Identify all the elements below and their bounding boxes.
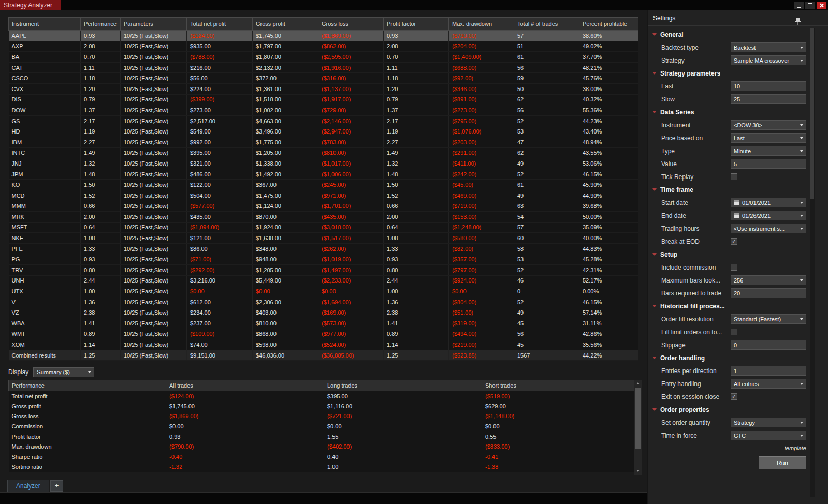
results-row[interactable]: VZ2.3810/25 (Fast,Slow)$234.00$403.00($1… [9,307,638,318]
results-row[interactable]: MMM0.6610/25 (Fast,Slow)($577.00)$1,124.… [9,201,638,212]
results-row[interactable]: BA0.7010/25 (Fast,Slow)($788.00)$1,807.0… [9,52,638,63]
summary-column-header[interactable]: Short trades [482,380,635,391]
results-row[interactable]: JNJ1.3210/25 (Fast,Slow)$321.00$1,338.00… [9,158,638,169]
settings-group-header[interactable]: Historical fill proces... [648,300,806,313]
results-row[interactable]: PFE1.3310/25 (Fast,Slow)$86.00$348.00($2… [9,243,638,254]
scroll-down-icon[interactable] [634,467,642,475]
results-row[interactable]: CSCO1.1810/25 (Fast,Slow)$56.00$372.00($… [9,73,638,84]
summary-row[interactable]: Gross profit$1,745.00$1,116.00$629.00 [9,401,635,411]
summary-row[interactable]: Sharpe ratio-0.400.40-0.41 [9,452,635,462]
setting-datepicker[interactable]: 01/01/2021 [731,198,806,207]
settings-group-header[interactable]: Setup [648,248,806,261]
add-tab-button[interactable]: + [50,480,64,492]
results-column-header[interactable]: Percent profitable [579,18,638,31]
maximize-button[interactable] [805,2,815,9]
setting-dropdown[interactable]: Sample MA crossover [731,55,806,65]
results-row[interactable]: HD1.1910/25 (Fast,Slow)$549.00$3,496.00(… [9,126,638,137]
results-row[interactable]: AAPL0.9310/25 (Fast,Slow)($124.00)$1,745… [9,31,638,41]
settings-scrollbar[interactable] [810,28,815,497]
results-row[interactable]: DOW1.3710/25 (Fast,Slow)$273.00$1,002.00… [9,105,638,116]
setting-checkbox[interactable] [731,173,737,180]
results-row[interactable]: XOM1.1410/25 (Fast,Slow)$74.00$598.00($5… [9,339,638,350]
results-column-header[interactable]: Max. drawdown [449,18,514,31]
close-button[interactable] [817,2,826,9]
results-row[interactable]: AXP2.0810/25 (Fast,Slow)$935.00$1,797.00… [9,41,638,52]
results-row[interactable]: Combined results1.2510/25 (Fast,Slow)$9,… [9,350,638,361]
pin-icon[interactable] [795,15,801,22]
settings-group-header[interactable]: Data Series [648,106,806,118]
summary-scrollbar[interactable] [634,380,642,475]
summary-column-header[interactable]: All trades [166,380,324,391]
results-row[interactable]: WBA1.4110/25 (Fast,Slow)$237.00$810.00($… [9,318,638,329]
run-button[interactable]: Run [759,456,806,469]
results-row[interactable]: MRK2.0010/25 (Fast,Slow)$435.00$870.00($… [9,212,638,223]
setting-dropdown[interactable]: <Use instrument s... [731,224,806,233]
setting-input[interactable]: 0 [731,340,806,350]
scroll-up-icon[interactable] [634,380,642,387]
results-column-header[interactable]: Performance [81,18,121,31]
results-row[interactable]: TRV0.8010/25 (Fast,Slow)($292.00)$1,205.… [9,265,638,276]
results-row[interactable]: V1.3610/25 (Fast,Slow)$612.00$2,306.00($… [9,297,638,307]
results-column-header[interactable]: Instrument [9,18,81,31]
results-row[interactable]: NKE1.0810/25 (Fast,Slow)$121.00$1,638.00… [9,233,638,244]
results-column-header[interactable]: Gross profit [253,18,318,31]
setting-checkbox[interactable] [731,329,737,335]
results-column-header[interactable]: Total # of trades [514,18,579,31]
template-label[interactable]: template [648,445,806,451]
settings-group-header[interactable]: Strategy parameters [648,67,806,80]
results-column-header[interactable]: Total net profit [187,18,253,31]
summary-row[interactable]: Max. drawdown($790.00)($402.00)($833.00) [9,441,635,452]
display-select[interactable]: Summary ($) [33,367,94,377]
summary-row[interactable]: Commission$0.00$0.00$0.00 [9,421,635,432]
scrollbar-thumb[interactable] [810,28,814,199]
setting-dropdown[interactable]: GTC [731,431,806,440]
setting-dropdown[interactable]: Backtest [731,42,806,52]
results-row[interactable]: CVX1.2010/25 (Fast,Slow)$224.00$1,361.00… [9,83,638,94]
results-column-header[interactable]: Profit factor [384,18,449,31]
setting-dropdown[interactable]: Standard (Fastest) [731,314,806,324]
results-row[interactable]: GS2.1710/25 (Fast,Slow)$2,517.00$4,663.0… [9,115,638,126]
summary-row[interactable]: Profit factor0.931.550.55 [9,432,635,442]
setting-input[interactable]: 25 [731,94,806,104]
results-row[interactable]: JPM1.4810/25 (Fast,Slow)$486.00$1,492.00… [9,169,638,180]
results-row[interactable]: MCD1.5210/25 (Fast,Slow)$504.00$1,475.00… [9,190,638,201]
results-column-header[interactable]: Parameters [121,18,187,31]
setting-dropdown[interactable]: Strategy [731,418,806,427]
minimize-button[interactable] [794,2,804,9]
tab-analyzer[interactable]: Analyzer [7,480,49,492]
setting-dropdown[interactable]: Minute [731,146,806,156]
setting-checkbox[interactable] [731,238,737,245]
results-row[interactable]: UNH2.4410/25 (Fast,Slow)$3,216.00$5,449.… [9,275,638,286]
setting-input[interactable]: 10 [731,81,806,91]
summary-row[interactable]: Total net profit($124.00)$395.00($519.00… [9,391,635,402]
setting-input[interactable]: 5 [731,159,806,169]
results-row[interactable]: KO1.5010/25 (Fast,Slow)$122.00$367.00($2… [9,180,638,190]
results-row[interactable]: UTX1.0010/25 (Fast,Slow)$0.00$0.00$0.001… [9,286,638,297]
setting-datepicker[interactable]: 01/26/2021 [731,211,806,220]
setting-dropdown[interactable]: <DOW 30> [731,120,806,130]
results-row[interactable]: IBM2.2710/25 (Fast,Slow)$992.00$1,775.00… [9,137,638,147]
results-row[interactable]: MSFT0.6410/25 (Fast,Slow)($1,094.00)$1,9… [9,222,638,233]
setting-checkbox[interactable] [731,393,737,400]
setting-input[interactable]: 20 [731,288,806,298]
settings-group-header[interactable]: General [648,28,806,41]
setting-dropdown[interactable]: Last [731,133,806,143]
settings-group-header[interactable]: Order handling [648,351,806,364]
results-row[interactable]: CAT1.1110/25 (Fast,Slow)$216.00$2,132.00… [9,62,638,73]
results-row[interactable]: PG0.9310/25 (Fast,Slow)($71.00)$948.00($… [9,254,638,265]
summary-row[interactable]: Sortino ratio-1.321.00-1.38 [9,462,635,472]
results-row[interactable]: DIS0.7910/25 (Fast,Slow)($399.00)$1,518.… [9,94,638,105]
summary-row[interactable]: Gross loss($1,869.00)($721.00)($1,148.00… [9,411,635,422]
setting-checkbox[interactable] [731,264,737,271]
setting-input[interactable]: 1 [731,366,806,376]
settings-group-header[interactable]: Time frame [648,183,806,196]
summary-column-header[interactable]: Long trades [324,380,482,391]
results-row[interactable]: INTC1.4910/25 (Fast,Slow)$395.00$1,205.0… [9,147,638,158]
results-column-header[interactable]: Gross loss [318,18,384,31]
setting-dropdown[interactable]: 256 [731,275,806,285]
setting-dropdown[interactable]: All entries [731,379,806,389]
summary-column-header[interactable]: Performance [9,380,166,391]
settings-group-header[interactable]: Order properties [648,403,806,416]
results-row[interactable]: WMT0.8910/25 (Fast,Slow)($109.00)$868.00… [9,329,638,339]
scrollbar-thumb[interactable] [635,388,641,449]
